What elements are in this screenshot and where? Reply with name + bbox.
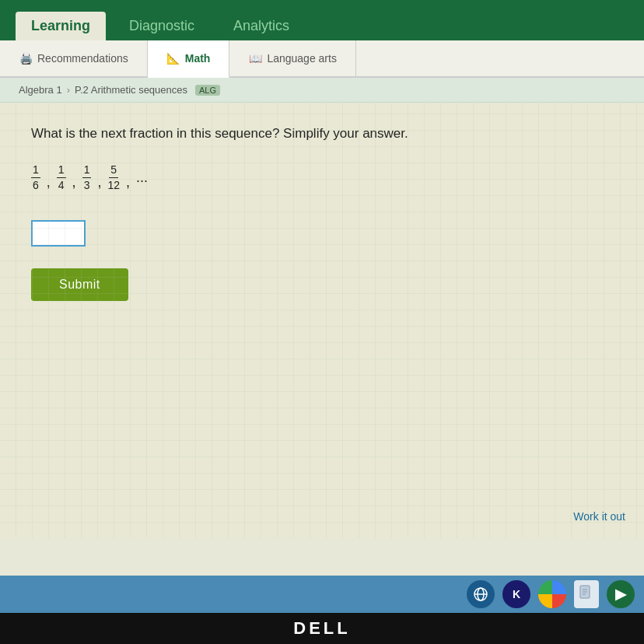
- comma-2: ,: [72, 174, 76, 191]
- google-icon[interactable]: [538, 580, 566, 608]
- file-icon[interactable]: [574, 580, 599, 608]
- work-it-out-link[interactable]: Work it out: [573, 510, 625, 523]
- fraction-4: 5 12: [107, 163, 120, 192]
- language-arts-icon: 📖: [248, 51, 262, 65]
- nav-tab-learning-label: Learning: [31, 18, 90, 33]
- submit-label: Submit: [59, 278, 100, 291]
- ellipsis: ...: [136, 170, 148, 186]
- sub-nav: 🖨️ Recommendations 📐 Math 📖 Language art…: [0, 40, 644, 78]
- submit-button[interactable]: Submit: [31, 268, 128, 301]
- fraction-2-denominator: 4: [58, 178, 65, 192]
- top-nav: Learning Diagnostic Analytics: [0, 0, 644, 40]
- question-text: What is the next fraction in this sequen…: [31, 126, 613, 142]
- work-it-out-label: Work it out: [573, 510, 625, 523]
- fraction-2: 1 4: [57, 163, 66, 192]
- sub-tab-recommendations-label: Recommendations: [37, 52, 128, 65]
- sub-tab-recommendations[interactable]: 🖨️ Recommendations: [0, 40, 148, 76]
- sub-tab-language-arts-label: Language arts: [267, 52, 337, 65]
- fraction-2-numerator: 1: [57, 163, 66, 178]
- recommendations-icon: 🖨️: [19, 51, 33, 65]
- dell-bar: DELL: [0, 613, 644, 644]
- main-content: What is the next fraction in this sequen…: [0, 103, 644, 538]
- fraction-1-numerator: 1: [31, 163, 40, 178]
- taskbar: K ▶: [0, 576, 644, 613]
- sub-tab-language-arts[interactable]: 📖 Language arts: [229, 40, 356, 76]
- nav-tab-analytics-label: Analytics: [233, 18, 289, 33]
- globe-icon[interactable]: [467, 580, 495, 608]
- fraction-3-numerator: 1: [82, 163, 92, 178]
- fraction-1: 1 6: [31, 163, 40, 192]
- nav-tab-diagnostic[interactable]: Diagnostic: [114, 12, 210, 40]
- fraction-4-denominator: 12: [107, 178, 120, 192]
- dell-logo: DELL: [293, 618, 350, 639]
- fraction-3: 1 3: [82, 163, 92, 192]
- breadcrumb: Algebra 1 › P.2 Arithmetic sequences ALG: [0, 78, 644, 103]
- math-icon: 📐: [166, 51, 180, 65]
- breadcrumb-course[interactable]: Algebra 1: [19, 84, 62, 96]
- comma-4: ,: [126, 174, 130, 191]
- answer-input[interactable]: [31, 220, 86, 247]
- comma-1: ,: [47, 174, 51, 191]
- breadcrumb-separator: ›: [67, 84, 70, 96]
- breadcrumb-section[interactable]: P.2 Arithmetic sequences: [75, 84, 187, 96]
- fraction-3-denominator: 3: [84, 178, 90, 192]
- screen: Learning Diagnostic Analytics 🖨️ Recomme…: [0, 0, 644, 576]
- comma-3: ,: [97, 174, 101, 191]
- sequence-display: 1 6 , 1 4 , 1 3 , 5 12 , ...: [31, 163, 613, 192]
- breadcrumb-tag: ALG: [195, 85, 220, 96]
- sub-tab-math-label: Math: [185, 52, 211, 65]
- nav-tab-learning[interactable]: Learning: [16, 12, 106, 40]
- k-icon[interactable]: K: [502, 580, 530, 608]
- fraction-4-numerator: 5: [109, 163, 118, 178]
- play-icon[interactable]: ▶: [607, 580, 635, 608]
- nav-tab-diagnostic-label: Diagnostic: [129, 18, 194, 33]
- fraction-1-denominator: 6: [33, 178, 39, 192]
- sub-tab-math[interactable]: 📐 Math: [148, 40, 230, 78]
- nav-tab-analytics[interactable]: Analytics: [218, 12, 305, 40]
